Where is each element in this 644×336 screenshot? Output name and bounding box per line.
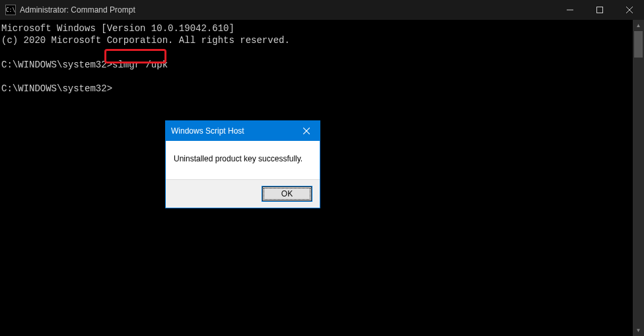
scroll-track[interactable] <box>633 31 644 325</box>
scroll-up-arrow[interactable]: ▲ <box>633 20 644 31</box>
dialog-title: Windows Script Host <box>171 126 293 136</box>
window-controls <box>555 0 644 20</box>
window-title: Administrator: Command Prompt <box>20 5 135 15</box>
terminal-output[interactable]: Microsoft Windows [Version 10.0.19042.61… <box>0 20 644 336</box>
copyright-line: (c) 2020 Microsoft Corporation. All righ… <box>1 35 290 46</box>
svg-rect-1 <box>596 7 602 13</box>
minimize-button[interactable] <box>555 0 585 20</box>
dialog-close-button[interactable] <box>293 121 320 141</box>
ok-button[interactable]: OK <box>262 187 312 201</box>
vertical-scrollbar[interactable]: ▲ ▼ <box>633 20 644 336</box>
dialog-message: Uninstalled product key successfully. <box>166 141 320 179</box>
prompt-2-prefix: C:\WINDOWS\system32> <box>1 83 112 94</box>
cmd-window: C:\ Administrator: Command Prompt Micros… <box>0 0 644 336</box>
scroll-down-arrow[interactable]: ▼ <box>633 325 644 336</box>
script-host-dialog: Windows Script Host Uninstalled product … <box>165 120 320 208</box>
maximize-button[interactable] <box>585 0 614 20</box>
dialog-titlebar[interactable]: Windows Script Host <box>166 121 320 141</box>
close-button[interactable] <box>614 0 644 20</box>
scroll-thumb[interactable] <box>634 31 643 58</box>
prompt-1-prefix: C:\WINDOWS\system32> <box>1 60 112 70</box>
prompt-1-command: slmgr /upk <box>112 60 168 70</box>
dialog-footer: OK <box>166 179 320 208</box>
cmd-icon: C:\ <box>5 5 16 15</box>
titlebar[interactable]: C:\ Administrator: Command Prompt <box>0 0 644 20</box>
version-line: Microsoft Windows [Version 10.0.19042.61… <box>1 23 234 34</box>
